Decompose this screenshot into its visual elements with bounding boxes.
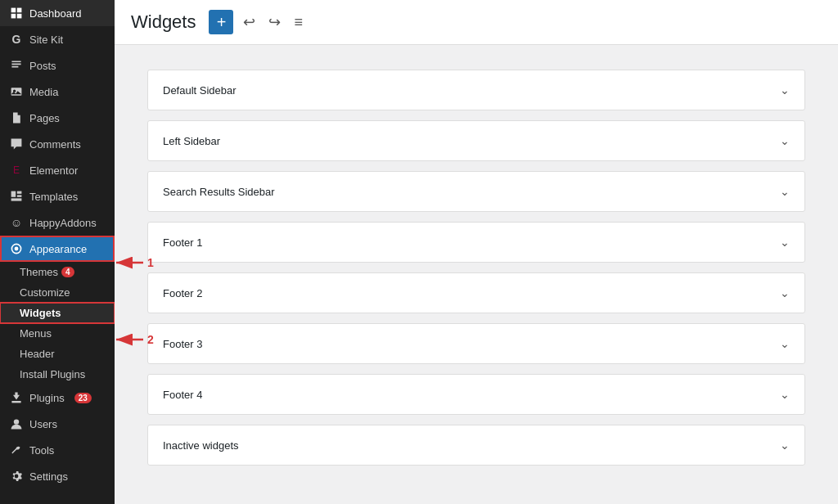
sidebar-item-pages[interactable]: Pages bbox=[0, 105, 115, 131]
sidebar-item-label: Appearance bbox=[29, 243, 87, 255]
sub-item-label: Menus bbox=[20, 327, 52, 340]
svg-rect-9 bbox=[11, 198, 22, 200]
svg-point-10 bbox=[15, 247, 19, 251]
comments-icon bbox=[10, 137, 23, 151]
sidebar-item-label: Templates bbox=[29, 191, 78, 203]
sidebar-sub-item-customize[interactable]: Customize bbox=[0, 282, 115, 303]
page-title: Widgets bbox=[131, 11, 196, 33]
plugins-badge: 23 bbox=[74, 393, 92, 403]
sidebar-item-label: Pages bbox=[29, 112, 60, 124]
svg-rect-0 bbox=[11, 8, 16, 13]
sidebar-item-label: Elementor bbox=[29, 164, 78, 177]
sidebar-item-happyaddons[interactable]: ☺ HappyAddons bbox=[0, 209, 115, 236]
templates-icon bbox=[10, 190, 23, 203]
widget-item-inactive-widgets[interactable]: Inactive widgets ⌄ bbox=[147, 425, 805, 466]
widget-label: Inactive widgets bbox=[163, 439, 239, 452]
elementor-icon: E bbox=[10, 164, 23, 177]
widget-item-footer-3[interactable]: Footer 3 ⌄ bbox=[147, 323, 805, 364]
widget-item-default-sidebar[interactable]: Default Sidebar ⌄ bbox=[147, 70, 805, 110]
chevron-down-icon: ⌄ bbox=[780, 236, 790, 249]
happyaddons-icon: ☺ bbox=[10, 216, 23, 229]
widget-label: Footer 3 bbox=[163, 338, 202, 350]
sidebar-item-posts[interactable]: Posts bbox=[0, 52, 115, 79]
chevron-down-icon: ⌄ bbox=[780, 286, 790, 299]
svg-rect-7 bbox=[17, 191, 22, 194]
widget-item-search-results-sidebar[interactable]: Search Results Sidebar ⌄ bbox=[147, 171, 805, 212]
svg-rect-2 bbox=[11, 14, 16, 19]
chevron-down-icon: ⌄ bbox=[780, 388, 790, 401]
chevron-down-icon: ⌄ bbox=[780, 134, 790, 147]
sidebar-item-elementor[interactable]: E Elementor bbox=[0, 157, 115, 183]
sidebar-sub-item-themes[interactable]: Themes 4 bbox=[0, 262, 115, 282]
sidebar: Dashboard G Site Kit Posts Media Pages C… bbox=[0, 0, 115, 504]
svg-rect-1 bbox=[17, 8, 22, 13]
more-options-button[interactable]: ≡ bbox=[291, 11, 306, 34]
sidebar-item-users[interactable]: Users bbox=[0, 411, 115, 437]
users-icon bbox=[10, 417, 23, 430]
svg-point-12 bbox=[14, 419, 19, 424]
dashboard-icon bbox=[10, 7, 23, 20]
add-widget-button[interactable]: + bbox=[209, 10, 233, 34]
chevron-down-icon: ⌄ bbox=[780, 185, 790, 198]
sidebar-item-label: Dashboard bbox=[29, 7, 82, 20]
svg-point-5 bbox=[13, 90, 16, 92]
sub-item-label: Themes bbox=[20, 266, 58, 278]
sitekit-icon: G bbox=[10, 33, 23, 46]
sidebar-item-label: Users bbox=[29, 418, 57, 430]
content-area: Default Sidebar ⌄ Left Sidebar ⌄ Search … bbox=[115, 45, 838, 504]
sidebar-item-comments[interactable]: Comments bbox=[0, 131, 115, 157]
sidebar-item-tools[interactable]: Tools bbox=[0, 437, 115, 463]
svg-rect-8 bbox=[17, 195, 22, 196]
undo-button[interactable]: ↩ bbox=[240, 10, 259, 34]
sidebar-item-templates[interactable]: Templates bbox=[0, 183, 115, 209]
sidebar-item-label: HappyAddons bbox=[29, 217, 97, 229]
redo-button[interactable]: ↪ bbox=[265, 10, 284, 34]
chevron-down-icon: ⌄ bbox=[780, 337, 790, 350]
widget-item-left-sidebar[interactable]: Left Sidebar ⌄ bbox=[147, 120, 805, 161]
svg-rect-3 bbox=[17, 14, 22, 19]
sidebar-item-sitekit[interactable]: G Site Kit bbox=[0, 26, 115, 52]
themes-badge: 4 bbox=[61, 267, 74, 277]
appearance-icon bbox=[10, 242, 23, 255]
sidebar-sub-item-header[interactable]: Header bbox=[0, 344, 115, 364]
sidebar-item-label: Comments bbox=[29, 138, 81, 151]
sidebar-sub-item-widgets[interactable]: Widgets bbox=[0, 303, 115, 323]
svg-rect-6 bbox=[11, 191, 16, 197]
sidebar-item-label: Plugins bbox=[29, 392, 65, 404]
sidebar-item-media[interactable]: Media bbox=[0, 79, 115, 105]
sidebar-item-label: Tools bbox=[29, 444, 54, 457]
settings-icon bbox=[10, 470, 23, 483]
sidebar-sub-item-install-plugins[interactable]: Install Plugins bbox=[0, 364, 115, 385]
sidebar-item-plugins[interactable]: Plugins 23 bbox=[0, 385, 115, 411]
sidebar-item-appearance[interactable]: Appearance bbox=[0, 236, 115, 262]
sidebar-item-dashboard[interactable]: Dashboard bbox=[0, 0, 115, 26]
svg-rect-11 bbox=[11, 401, 20, 403]
sidebar-item-settings[interactable]: Settings bbox=[0, 463, 115, 489]
sidebar-item-label: Site Kit bbox=[29, 34, 63, 46]
sidebar-item-label: Media bbox=[29, 86, 58, 98]
sub-item-label: Header bbox=[20, 348, 55, 360]
pages-icon bbox=[10, 111, 23, 124]
widget-label: Footer 2 bbox=[163, 287, 202, 299]
widget-label: Default Sidebar bbox=[163, 84, 237, 97]
widget-label: Footer 1 bbox=[163, 236, 202, 249]
widget-label: Search Results Sidebar bbox=[163, 186, 275, 198]
sub-item-label: Install Plugins bbox=[20, 368, 85, 380]
widget-item-footer-1[interactable]: Footer 1 ⌄ bbox=[147, 222, 805, 263]
svg-rect-4 bbox=[11, 88, 22, 96]
sub-item-label: Customize bbox=[20, 286, 70, 299]
sidebar-item-label: Posts bbox=[29, 60, 56, 72]
sidebar-sub-item-menus[interactable]: Menus bbox=[0, 323, 115, 344]
widget-item-footer-2[interactable]: Footer 2 ⌄ bbox=[147, 272, 805, 313]
chevron-down-icon: ⌄ bbox=[780, 83, 790, 97]
media-icon bbox=[10, 85, 23, 98]
posts-icon bbox=[10, 59, 23, 72]
tools-icon bbox=[10, 443, 23, 457]
topbar: Widgets + ↩ ↪ ≡ bbox=[115, 0, 838, 45]
main-wrapper: Widgets + ↩ ↪ ≡ Default Sidebar ⌄ Left S… bbox=[115, 0, 838, 504]
widget-label: Footer 4 bbox=[163, 389, 202, 401]
sub-item-label: Widgets bbox=[20, 307, 61, 319]
widget-item-footer-4[interactable]: Footer 4 ⌄ bbox=[147, 374, 805, 415]
widget-label: Left Sidebar bbox=[163, 135, 220, 147]
chevron-down-icon: ⌄ bbox=[780, 439, 790, 452]
